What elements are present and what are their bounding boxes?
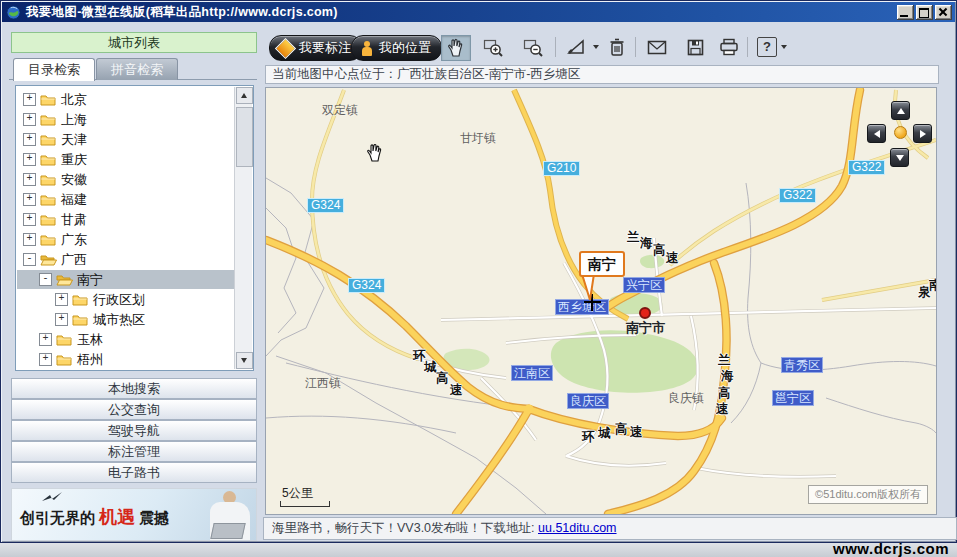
expand-toggle-icon[interactable]: +	[55, 313, 68, 326]
district-badge: 青秀区	[781, 357, 823, 373]
tree-item[interactable]: +北京	[17, 90, 234, 109]
tab-pinyin-search[interactable]: 拼音检索	[96, 58, 178, 80]
tree-scrollbar[interactable]	[234, 87, 252, 369]
expand-toggle-icon[interactable]: -	[39, 273, 52, 286]
pan-center-button[interactable]	[894, 126, 907, 139]
expand-toggle-icon[interactable]: +	[39, 333, 52, 346]
pan-left-button[interactable]	[867, 124, 886, 143]
tree-item[interactable]: -南宁	[17, 270, 234, 289]
zoom-in-tool-button[interactable]	[479, 35, 507, 59]
expand-toggle-icon[interactable]: +	[23, 173, 36, 186]
tree-item[interactable]: +城市热区	[17, 310, 234, 329]
expressway-label-char: 海	[721, 368, 734, 385]
expand-toggle-icon[interactable]: +	[23, 233, 36, 246]
expand-toggle-icon[interactable]: +	[23, 93, 36, 106]
pan-up-button[interactable]	[891, 101, 910, 120]
tree-item[interactable]: +甘肃	[17, 210, 234, 229]
sidebar-section-2[interactable]: 公交查询	[11, 399, 257, 420]
map-callout-marker[interactable]: 南宁	[579, 251, 625, 277]
my-location-button[interactable]: 我的位置	[351, 35, 442, 61]
arrow-left-icon	[874, 130, 880, 138]
scale-label: 5公里	[282, 485, 313, 502]
expand-toggle-icon[interactable]: +	[23, 113, 36, 126]
measure-tool-button[interactable]	[563, 35, 591, 59]
pan-right-button[interactable]	[913, 124, 932, 143]
bird-icon	[40, 491, 66, 505]
cursor-hand-icon	[366, 143, 384, 163]
expand-toggle-icon[interactable]: +	[23, 213, 36, 226]
tree-item[interactable]: +广东	[17, 230, 234, 249]
expand-toggle-icon[interactable]: +	[23, 133, 36, 146]
folder-closed-icon	[40, 113, 57, 126]
delete-tool-button[interactable]	[603, 35, 631, 59]
tab-directory-search[interactable]: 目录检索	[13, 58, 95, 81]
sidebar-section-5[interactable]: 电子路书	[11, 462, 257, 483]
pan-down-button[interactable]	[890, 148, 909, 167]
download-link[interactable]: uu.51ditu.com	[538, 521, 617, 535]
expand-toggle-icon[interactable]: +	[39, 353, 52, 366]
annotate-button[interactable]: 我要标注	[269, 35, 362, 61]
expand-toggle-icon[interactable]: +	[23, 153, 36, 166]
envelope-icon	[647, 40, 667, 55]
folder-closed-icon	[56, 333, 73, 346]
ad-text: 创引无界的机遇震撼	[20, 505, 169, 529]
expand-toggle-icon[interactable]: -	[23, 253, 36, 266]
pan-tool-button[interactable]	[441, 35, 471, 61]
ad-laptop	[210, 523, 245, 539]
tree-item-label: 行政区划	[93, 291, 145, 309]
hand-icon	[447, 38, 465, 58]
city-dot	[639, 307, 651, 319]
callout-pointer	[581, 273, 597, 302]
measure-icon	[567, 38, 587, 56]
email-tool-button[interactable]	[643, 35, 671, 59]
tree-item[interactable]: +福建	[17, 190, 234, 209]
search-tabs: 目录检索拼音检索	[9, 56, 257, 80]
expressway-label-char: 兰	[718, 352, 731, 369]
ad-banner[interactable]: 创引无界的机遇震撼	[11, 488, 257, 541]
measure-dropdown-caret[interactable]	[593, 45, 599, 49]
expand-toggle-icon[interactable]: +	[55, 293, 68, 306]
tree-item[interactable]: -广西	[17, 250, 234, 269]
tree-item[interactable]: +天津	[17, 130, 234, 149]
expressway-label-char: 高	[718, 385, 731, 402]
bottom-status-bar: 海里路书，畅行天下！VV3.0发布啦！下载地址: uu.51ditu.com	[263, 517, 957, 540]
trash-icon	[609, 38, 625, 57]
town-label: 江西镇	[305, 375, 341, 392]
tree-item[interactable]: +上海	[17, 110, 234, 129]
scroll-down-button[interactable]	[236, 352, 253, 369]
tree-item[interactable]: +安徽	[17, 170, 234, 189]
tree-item[interactable]: +重庆	[17, 150, 234, 169]
app-window: 我要地图-微型在线版(稻草出品http://www.dcrjs.com) 城市列…	[0, 0, 957, 543]
print-tool-button[interactable]	[715, 35, 743, 59]
folder-closed-icon	[72, 313, 89, 326]
sidebar-section-1[interactable]: 本地搜索	[11, 378, 257, 399]
tree-item-label: 玉林	[77, 331, 103, 349]
tree-item-label: 北京	[61, 91, 87, 109]
toolbar-separator	[747, 37, 748, 57]
folder-closed-icon	[40, 233, 57, 246]
map-center-status: 当前地图中心点位于：广西壮族自治区-南宁市-西乡塘区	[265, 65, 939, 84]
arrow-up-icon	[241, 93, 247, 98]
sidebar: 城市列表 目录检索拼音检索 +北京+上海+天津+重庆+安徽+福建+甘肃+广东-广…	[9, 28, 259, 539]
help-button[interactable]: ?	[757, 37, 777, 57]
sidebar-section-3[interactable]: 驾驶导航	[11, 420, 257, 441]
zoom-out-tool-button[interactable]	[519, 35, 547, 59]
scroll-thumb[interactable]	[236, 107, 253, 167]
help-dropdown-caret[interactable]	[781, 45, 787, 49]
tree-item-label: 天津	[61, 131, 87, 149]
expressway-label-char: 城	[424, 359, 437, 376]
expand-toggle-icon[interactable]: +	[23, 193, 36, 206]
scale-bar	[280, 501, 330, 507]
tree-item[interactable]: +梧州	[17, 350, 234, 369]
tree-item[interactable]: +玉林	[17, 330, 234, 349]
tree-item[interactable]: +行政区划	[17, 290, 234, 309]
map-canvas[interactable]: G324G324G210G322G322兴宁区西乡塘区江南区良庆区青秀区邕宁区双…	[265, 87, 937, 515]
scroll-up-button[interactable]	[236, 87, 253, 104]
tree-item-label: 南宁	[77, 271, 103, 289]
sidebar-section-4[interactable]: 标注管理	[11, 441, 257, 462]
town-label: 甘圩镇	[460, 130, 496, 147]
save-tool-button[interactable]	[681, 35, 709, 59]
town-label: 良庆镇	[668, 390, 704, 407]
toolbar: 我要标注 我的位置	[263, 35, 949, 63]
printer-icon	[719, 38, 739, 56]
